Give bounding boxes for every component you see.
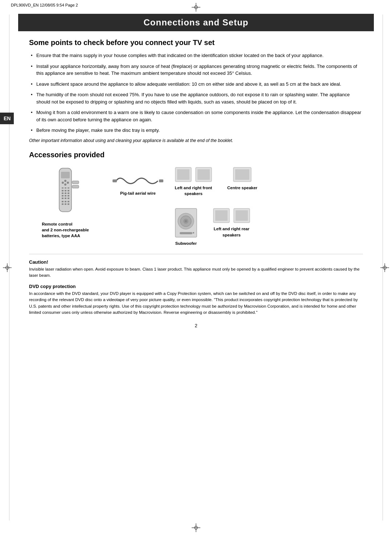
header-text: DPL906VD_EN 12/08/05 9:54 Page 2 bbox=[11, 3, 78, 7]
dvd-copy-title: DVD copy protection bbox=[29, 284, 363, 289]
caution-text: Invisible laser radiation when open. Avo… bbox=[29, 266, 363, 279]
svg-rect-27 bbox=[72, 181, 79, 184]
svg-rect-28 bbox=[72, 185, 79, 188]
bullet-item: Before moving the player, make sure the … bbox=[29, 127, 363, 134]
svg-rect-29 bbox=[113, 179, 117, 182]
pigtail-icon bbox=[113, 174, 163, 188]
svg-rect-24 bbox=[62, 203, 64, 205]
centre-speaker-item: Centre speaker bbox=[227, 166, 257, 191]
svg-rect-13 bbox=[65, 192, 66, 194]
rear-speakers-label: Left and right rear speakers bbox=[214, 226, 249, 238]
svg-rect-19 bbox=[65, 198, 66, 199]
remote-control-icon bbox=[49, 166, 82, 219]
page-wrapper: DPL906VD_EN 12/08/05 9:54 Page 2 EN Conn… bbox=[0, 0, 392, 535]
page-number-container: 2 bbox=[29, 323, 363, 336]
subwoofer-item: Subwoofer bbox=[174, 207, 198, 246]
svg-rect-34 bbox=[197, 169, 210, 180]
accessories-heading: Accessories provided bbox=[29, 151, 363, 159]
svg-rect-8 bbox=[68, 187, 69, 189]
svg-rect-6 bbox=[62, 187, 64, 189]
subwoofer-label: Subwoofer bbox=[175, 240, 197, 246]
svg-rect-20 bbox=[68, 198, 69, 199]
svg-rect-14 bbox=[68, 192, 69, 194]
svg-rect-15 bbox=[62, 195, 64, 196]
svg-rect-17 bbox=[68, 195, 69, 196]
rear-speakers-item: Left and right rear speakers bbox=[212, 207, 251, 238]
bullet-item: Moving it from a cold environment to a w… bbox=[29, 109, 363, 123]
page-number: 2 bbox=[195, 323, 197, 328]
svg-rect-18 bbox=[62, 198, 64, 199]
svg-rect-11 bbox=[68, 190, 69, 191]
speakers-col: Left and right front speakers Centre spe… bbox=[174, 166, 363, 246]
italic-note: Other important information about using … bbox=[29, 138, 363, 144]
caution-block: Caution! Invisible laser radiation when … bbox=[29, 259, 363, 279]
centre-speaker-icon bbox=[232, 166, 252, 183]
title-bar: Connections and Setup bbox=[18, 14, 374, 31]
svg-rect-32 bbox=[177, 169, 189, 180]
svg-rect-30 bbox=[159, 179, 163, 182]
rear-speaker-right-icon bbox=[233, 207, 251, 224]
svg-rect-1 bbox=[61, 172, 70, 178]
remote-control-label: Remote control and 2 non-rechargeable ba… bbox=[42, 221, 89, 239]
svg-point-43 bbox=[193, 232, 194, 234]
crosshair-bottom bbox=[192, 523, 200, 532]
speakers-bottom-row: Subwoofer bbox=[174, 207, 363, 246]
centre-speaker-label: Centre speaker bbox=[227, 185, 257, 191]
pigtail-label: Pig-tail aerial wire bbox=[120, 190, 156, 196]
svg-rect-36 bbox=[235, 169, 249, 180]
svg-rect-42 bbox=[180, 232, 192, 234]
bullet-item: Leave sufficient space around the applia… bbox=[29, 81, 363, 88]
pigtail-col: Pig-tail aerial wire bbox=[102, 166, 174, 196]
crosshair-top bbox=[192, 3, 200, 12]
dvd-copy-text: In accordance with the DVD standard, you… bbox=[29, 291, 363, 316]
svg-point-5 bbox=[64, 183, 66, 186]
svg-point-41 bbox=[185, 220, 187, 222]
accessories-row: Remote control and 2 non-rechargeable ba… bbox=[29, 166, 363, 246]
crosshair-right bbox=[380, 263, 389, 272]
bullet-item: Ensure that the mains supply in your hou… bbox=[29, 52, 363, 59]
svg-rect-10 bbox=[65, 190, 66, 191]
svg-rect-7 bbox=[65, 187, 66, 189]
section1-heading: Some points to check before you connect … bbox=[29, 38, 363, 47]
rear-speaker-left-icon bbox=[212, 207, 230, 224]
dvd-copy-block: DVD copy protection In accordance with t… bbox=[29, 284, 363, 316]
front-speaker-left-icon bbox=[174, 166, 192, 183]
svg-rect-12 bbox=[62, 192, 64, 194]
notes-section: Caution! Invisible laser radiation when … bbox=[29, 254, 363, 316]
svg-point-4 bbox=[64, 180, 66, 182]
rear-speakers-pair bbox=[212, 207, 251, 224]
bullet-item: The humidity of the room should not exce… bbox=[29, 91, 363, 105]
main-content: Some points to check before you connect … bbox=[0, 38, 392, 343]
bullet-item: Install your appliance horizontally, awa… bbox=[29, 63, 363, 77]
crosshair-left bbox=[3, 263, 12, 272]
speakers-top-row: Left and right front speakers Centre spe… bbox=[174, 166, 363, 196]
svg-rect-25 bbox=[65, 203, 66, 205]
front-speakers-pair bbox=[174, 166, 213, 183]
svg-rect-45 bbox=[215, 210, 228, 221]
page-title: Connections and Setup bbox=[33, 17, 359, 28]
front-speakers-label: Left and right front speakers bbox=[175, 185, 212, 196]
svg-rect-47 bbox=[236, 210, 248, 221]
bullet-list: Ensure that the mains supply in your hou… bbox=[29, 52, 363, 134]
svg-rect-22 bbox=[65, 201, 66, 202]
front-speaker-right-icon bbox=[195, 166, 213, 183]
svg-rect-26 bbox=[68, 203, 69, 205]
svg-rect-16 bbox=[65, 195, 66, 196]
svg-point-3 bbox=[67, 182, 69, 184]
en-badge: EN bbox=[0, 113, 14, 124]
svg-point-2 bbox=[62, 182, 64, 184]
remote-control-col: Remote control and 2 non-rechargeable ba… bbox=[29, 166, 102, 239]
subwoofer-icon bbox=[174, 207, 198, 238]
svg-rect-23 bbox=[68, 201, 69, 202]
caution-title: Caution! bbox=[29, 259, 363, 265]
svg-rect-9 bbox=[62, 190, 64, 191]
front-speakers-item: Left and right front speakers bbox=[174, 166, 213, 196]
svg-rect-21 bbox=[62, 201, 64, 202]
